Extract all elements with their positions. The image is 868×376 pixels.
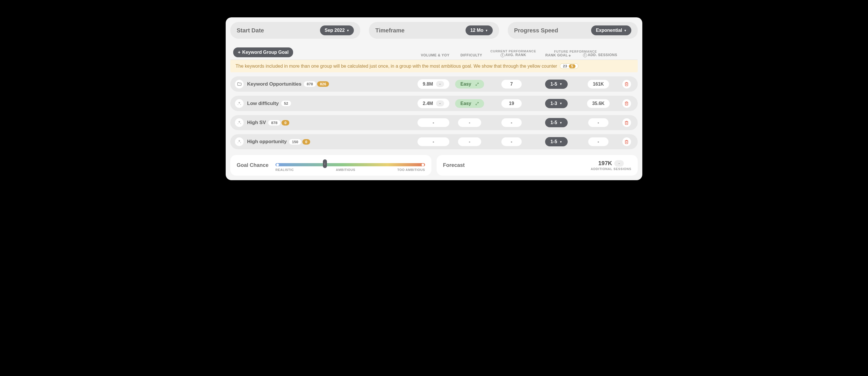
keyword-count-badge: 878 (304, 81, 316, 87)
start-date-button[interactable]: Sep 2022 ▼ (320, 26, 354, 35)
progress-speed-control: Progress Speed Exponential ▼ (508, 22, 638, 39)
delete-button[interactable] (622, 80, 631, 89)
forecast-delta: - (614, 160, 624, 166)
difficulty-value: - (458, 118, 481, 127)
keyword-count-badge: 52 (281, 101, 291, 106)
col-header-sessions: iADD. SESSIONS (578, 53, 622, 57)
rank-goal-button[interactable]: 1-5▼ (545, 80, 567, 89)
group-name[interactable]: Low difficulty (247, 101, 279, 106)
progress-speed-label: Progress Speed (514, 27, 558, 34)
slider-thumb[interactable]: i (323, 159, 327, 168)
caret-down-icon: ▼ (560, 83, 562, 86)
sessions-value: 35.6K (587, 99, 610, 108)
expand-icon (475, 102, 479, 105)
keyword-group-row: High opportunity 150 0 - - - 1-5▼ - (230, 134, 638, 149)
slider-label-realistic: REALISTIC (275, 168, 294, 171)
col-header-rank-goal[interactable]: FUTURE PERFORMANCE RANK GOAL◆ (538, 53, 578, 57)
timeframe-button[interactable]: 12 Mo ▼ (466, 26, 492, 35)
progress-speed-value: Exponential (596, 28, 622, 33)
delete-button[interactable] (622, 99, 631, 108)
keyword-group-row: Keyword Opportunities 878 826 9.8M- Easy… (230, 76, 638, 92)
slider-label-too-ambitious: TOO AMBITIOUS (397, 168, 425, 171)
col-header-volume: VOLUME & YOY (416, 53, 454, 57)
sessions-value: - (588, 118, 609, 127)
keyword-count-badge: 878 (268, 120, 280, 126)
group-name[interactable]: High opportunity (247, 139, 287, 145)
goal-chance-slider[interactable]: i REALISTIC AMBITIOUS TOO AMBITIOUS (275, 159, 425, 171)
notice-yellow-count: 5 (569, 64, 576, 68)
notice-counter: 23 5 (560, 63, 578, 69)
caret-down-icon: ▼ (346, 29, 349, 32)
info-icon: i (500, 53, 505, 57)
section-future-performance: FUTURE PERFORMANCE (529, 50, 622, 53)
slider-labels: REALISTIC AMBITIOUS TOO AMBITIOUS (275, 168, 425, 171)
volume-value: 9.8M- (417, 79, 450, 89)
delete-button[interactable] (622, 137, 631, 146)
sparkle-icon[interactable] (235, 137, 244, 146)
avg-rank-value: 7 (501, 80, 522, 89)
plus-icon: + (238, 50, 241, 55)
caret-down-icon: ▼ (560, 121, 562, 124)
delete-button[interactable] (622, 118, 631, 127)
sparkle-icon[interactable] (235, 118, 244, 127)
rank-goal-button[interactable]: 1-5▼ (545, 118, 567, 127)
timeframe-control: Timeframe 12 Mo ▼ (369, 22, 499, 39)
goal-chance-label: Goal Chance (237, 162, 269, 168)
start-date-control: Start Date Sep 2022 ▼ (230, 22, 360, 39)
timeframe-value: 12 Mo (470, 28, 483, 33)
slider-label-ambitious: AMBITIOUS (336, 168, 355, 171)
avg-rank-value: 19 (501, 99, 522, 108)
app-panel: Start Date Sep 2022 ▼ Timeframe 12 Mo ▼ … (226, 18, 642, 180)
sort-icon: ◆ (568, 54, 571, 57)
caret-down-icon: ▼ (560, 102, 562, 105)
sessions-value: - (588, 137, 609, 146)
avg-rank-value: - (501, 137, 522, 146)
keyword-group-row: Low difficulty 52 2.4M- Easy 19 1-3▼ 35.… (230, 96, 638, 111)
difficulty-value[interactable]: Easy (455, 80, 484, 89)
notice-text: The keywords included in more than one g… (236, 64, 557, 69)
difficulty-value[interactable]: Easy (455, 99, 484, 108)
caret-down-icon: ▼ (485, 29, 488, 32)
difficulty-value: - (458, 137, 481, 146)
duplicate-count-badge: 0 (302, 139, 310, 145)
add-keyword-group-button[interactable]: + Keyword Group Goal (233, 48, 293, 57)
duplicate-keywords-notice: The keywords included in more than one g… (230, 60, 638, 72)
keyword-group-list: Keyword Opportunities 878 826 9.8M- Easy… (230, 76, 638, 149)
forecast-result: 197K - ADDITIONAL SESSIONS (591, 160, 631, 170)
yoy-value: - (436, 100, 444, 106)
sessions-value: 161K (588, 80, 609, 89)
add-button-label: Keyword Group Goal (242, 50, 288, 55)
expand-icon (475, 83, 479, 86)
col-header-avg-rank: CURRENT PERFORMANCE iAVG. RANK (489, 53, 538, 57)
volume-value: - (417, 137, 450, 146)
info-icon: i (583, 53, 587, 57)
duplicate-count-badge: 0 (281, 120, 289, 126)
avg-rank-value: - (501, 118, 522, 127)
start-date-value: Sep 2022 (324, 28, 345, 33)
slider-track: i (275, 163, 425, 166)
goal-chance-box: Goal Chance i REALISTIC AMBITIOUS TOO AM… (230, 155, 431, 176)
col-header-difficulty: DIFFICULTY (454, 53, 489, 57)
keyword-group-row: High SV 878 0 - - - 1-5▼ - (230, 115, 638, 130)
yoy-value: - (436, 81, 444, 87)
forecast-box: Forecast 197K - ADDITIONAL SESSIONS (437, 155, 638, 176)
timeframe-label: Timeframe (375, 27, 404, 34)
group-name[interactable]: Keyword Opportunities (247, 81, 302, 87)
progress-speed-button[interactable]: Exponential ▼ (591, 26, 631, 35)
forecast-value: 197K (598, 160, 612, 166)
table-header: + Keyword Group Goal VOLUME & YOY DIFFIC… (230, 42, 638, 60)
caret-down-icon: ▼ (560, 140, 562, 144)
forecast-label: Forecast (443, 162, 465, 168)
keyword-count-badge: 150 (289, 139, 301, 145)
controls-row: Start Date Sep 2022 ▼ Timeframe 12 Mo ▼ … (230, 22, 638, 39)
sparkle-icon[interactable] (235, 99, 244, 108)
caret-down-icon: ▼ (624, 29, 627, 32)
volume-value: - (417, 118, 450, 127)
duplicate-count-badge: 826 (317, 81, 329, 87)
rank-goal-button[interactable]: 1-5▼ (545, 137, 567, 146)
rank-goal-button[interactable]: 1-3▼ (545, 99, 567, 108)
group-name[interactable]: High SV (247, 120, 266, 126)
volume-value: 2.4M- (417, 99, 450, 108)
start-date-label: Start Date (237, 27, 264, 34)
folder-icon[interactable] (235, 80, 244, 89)
